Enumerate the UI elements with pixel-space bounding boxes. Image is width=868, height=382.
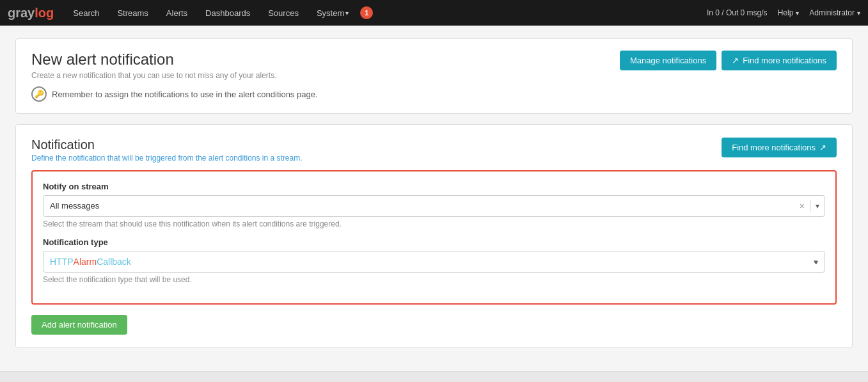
nav-stats: In 0 / Out 0 msg/s [707,8,768,17]
nav-system[interactable]: System ▾ [308,0,358,26]
nav-search[interactable]: Search [64,0,108,26]
find-more-notifications-header-button[interactable]: ↗ Find more notifications [722,51,837,70]
notification-section: Notification Define the notification tha… [15,124,853,348]
alerts-badge: 1 [360,6,373,19]
info-box: 🔑 Remember to assign the notifications t… [31,86,318,102]
main-content: New alert notification Create a new noti… [0,26,868,371]
nav-sources[interactable]: Sources [259,0,308,26]
stream-select-value: All messages [43,195,800,217]
type-select-wrapper: HTTP Alarm Callback▾ [43,251,825,273]
find-more-notifications-section-button[interactable]: Find more notifications ↗ [722,138,837,157]
add-alert-notification-button[interactable]: Add alert notification [31,315,127,335]
external-link-icon: ↗ [732,56,739,65]
page-header-left: New alert notification Create a new noti… [31,51,318,102]
manage-notifications-button[interactable]: Manage notifications [620,51,716,70]
brand-logo: graylog [8,6,54,20]
stream-group: Notify on stream All messages × ▾ Select… [43,182,825,228]
page-subtitle: Create a new notification that you can u… [31,71,318,80]
notification-section-title-area: Notification Define the notification tha… [31,138,303,163]
type-hint: Select the notification type that will b… [43,275,825,284]
nav-alerts[interactable]: Alerts [157,0,196,26]
stream-select-wrapper[interactable]: All messages × ▾ [43,195,825,217]
page-header: New alert notification Create a new noti… [15,38,853,114]
help-arrow: ▾ [796,10,799,17]
page-title: New alert notification [31,51,318,68]
notification-form: Notify on stream All messages × ▾ Select… [31,170,837,305]
type-select-display[interactable]: HTTP Alarm Callback▾ [43,251,825,273]
nav-help[interactable]: Help ▾ [778,8,800,17]
stream-hint: Select the stream that should use this n… [43,219,825,228]
page-header-right: Manage notifications ↗ Find more notific… [620,51,837,70]
nav-dashboards[interactable]: Dashboards [196,0,259,26]
notification-section-subtitle: Define the notification that will be tri… [31,154,303,163]
stream-label: Notify on stream [43,182,825,191]
select-divider [810,200,810,212]
nav-streams[interactable]: Streams [108,0,157,26]
info-icon: 🔑 [31,86,47,102]
nav-links: Search Streams Alerts Dashboards Sources… [64,0,707,26]
brand-log: log [35,6,54,20]
external-link-icon-2: ↗ [819,143,826,152]
user-arrow: ▾ [857,10,860,17]
nav-user[interactable]: Administrator ▾ [809,8,860,17]
stream-select-actions: × ▾ [800,200,825,212]
navbar-right: In 0 / Out 0 msg/s Help ▾ Administrator … [707,8,860,17]
info-text: Remember to assign the notifications to … [52,90,318,99]
brand-gray: gray [8,6,35,20]
type-group: Notification type HTTP Alarm Callback▾ S… [43,237,825,284]
system-dropdown-arrow: ▾ [345,10,349,17]
page-footer: Graylog 2.4.0+2115a42 on graylog-slave-0… [0,371,868,382]
type-label: Notification type [43,237,825,247]
notification-section-header: Notification Define the notification tha… [31,138,837,163]
stream-dropdown-arrow[interactable]: ▾ [816,202,819,211]
stream-clear-icon[interactable]: × [800,201,805,211]
notification-section-title: Notification [31,138,303,152]
navbar: graylog Search Streams Alerts Dashboards… [0,0,868,26]
